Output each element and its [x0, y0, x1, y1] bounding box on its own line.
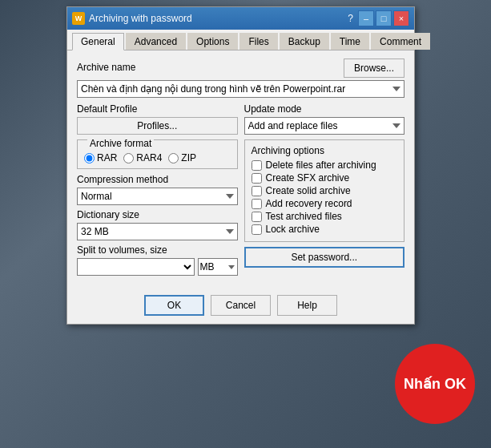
checkbox-create-sfx[interactable]: Create SFX archive	[252, 172, 398, 184]
annotation-text: Nhấn OK	[404, 375, 466, 393]
minimize-button[interactable]: –	[358, 10, 374, 26]
split-volumes-label: Split to volumes, size	[77, 244, 238, 256]
tab-options[interactable]: Options	[187, 33, 238, 50]
checkbox-lock-archive[interactable]: Lock archive	[252, 224, 398, 235]
dialog-window: W Archiving with password ? – □ × Genera…	[66, 6, 415, 325]
radio-zip[interactable]: ZIP	[168, 152, 196, 163]
radio-rar4[interactable]: RAR4	[123, 152, 162, 163]
tab-advanced[interactable]: Advanced	[126, 33, 186, 50]
tab-backup[interactable]: Backup	[280, 33, 329, 50]
profiles-button[interactable]: Profiles...	[77, 117, 238, 135]
default-profile-label: Default Profile	[77, 103, 238, 115]
compression-method-select[interactable]: Store Fastest Fast Normal Good Best	[77, 188, 238, 205]
cancel-button[interactable]: Cancel	[211, 295, 271, 316]
split-volume-input[interactable]	[77, 258, 195, 276]
dialog-body: Archive name Browse... Chèn và định dạng…	[67, 50, 414, 289]
maximize-button[interactable]: □	[376, 10, 392, 26]
archiving-options-group: Archiving options Delete files after arc…	[244, 139, 405, 242]
help-button[interactable]: Help	[277, 295, 337, 316]
split-unit-select[interactable]: B KB MB GB	[198, 258, 238, 276]
checkbox-test-files[interactable]: Test archived files	[252, 211, 398, 222]
split-volumes-row: B KB MB GB	[77, 258, 238, 276]
help-icon-btn[interactable]: ?	[344, 10, 356, 26]
tab-files[interactable]: Files	[239, 33, 277, 50]
checkbox-solid-archive[interactable]: Create solid archive	[252, 185, 398, 196]
radio-group: RAR RAR4 ZIP	[84, 152, 231, 163]
tab-general[interactable]: General	[72, 33, 124, 50]
archive-format-group: Archive format RAR RAR4 ZIP	[77, 139, 238, 169]
tab-comment[interactable]: Comment	[371, 33, 430, 50]
app-icon: W	[72, 12, 85, 25]
archive-format-label: Archive format	[87, 138, 154, 149]
update-mode-select[interactable]: Add and replace files Update and add fil…	[244, 117, 405, 135]
archive-name-input[interactable]: Chèn và định dạng nội dung trong hình vẽ…	[77, 80, 404, 98]
title-bar-left: W Archiving with password	[72, 12, 192, 25]
radio-rar[interactable]: RAR	[84, 152, 117, 163]
annotation-circle: Nhấn OK	[395, 344, 475, 424]
set-password-button[interactable]: Set password...	[244, 247, 405, 268]
ok-button[interactable]: OK	[144, 295, 204, 316]
dictionary-size-select[interactable]: 32 MB 64 MB 128 MB 256 MB 512 MB	[77, 223, 238, 240]
archiving-options-label: Archiving options	[252, 145, 398, 156]
window-controls: ? – □ ×	[344, 10, 409, 26]
tab-time[interactable]: Time	[331, 33, 369, 50]
checkbox-recovery-record[interactable]: Add recovery record	[252, 198, 398, 209]
compression-method-label: Compression method	[77, 174, 238, 185]
dialog-title: Archiving with password	[89, 13, 192, 24]
archive-name-label: Archive name	[77, 62, 135, 73]
title-bar: W Archiving with password ? – □ ×	[67, 7, 414, 30]
bottom-buttons: OK Cancel Help	[67, 289, 414, 324]
checkbox-delete-files[interactable]: Delete files after archiving	[252, 159, 398, 171]
dictionary-size-label: Dictionary size	[77, 209, 238, 220]
browse-button[interactable]: Browse...	[344, 59, 404, 78]
tab-bar: General Advanced Options Files Backup Ti…	[67, 30, 414, 50]
close-button[interactable]: ×	[393, 10, 409, 26]
update-mode-label: Update mode	[244, 103, 405, 115]
